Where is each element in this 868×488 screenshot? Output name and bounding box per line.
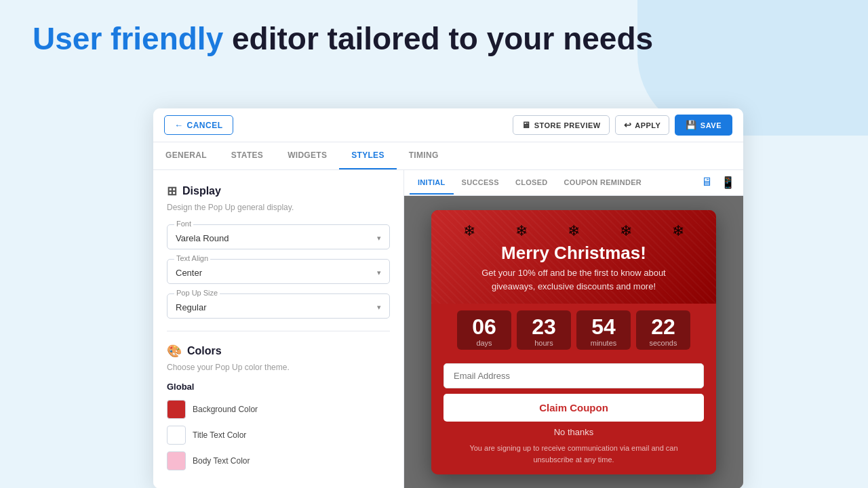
desktop-icon[interactable]: 🖥 [698, 174, 715, 191]
font-label: Font [174, 220, 193, 228]
chevron-down-icon-3: ▾ [377, 303, 381, 312]
sub-tab-coupon-reminder[interactable]: COUPON REMINDER [556, 171, 650, 195]
snowflake-5: ❄ [672, 222, 684, 240]
tab-widgets[interactable]: WIDGETS [275, 142, 339, 169]
popup-size-field-row: Regular ▾ [176, 301, 381, 314]
background-color-swatch[interactable] [167, 400, 186, 419]
no-thanks-link[interactable]: No thanks [443, 427, 704, 437]
countdown: 06 days 23 hours 54 minutes 22 [431, 304, 716, 357]
colors-desc: Choose your Pop Up color theme. [167, 363, 390, 372]
display-icon: ⊞ [167, 184, 177, 199]
tab-states[interactable]: STATES [219, 142, 275, 169]
hero-heading-blue: User friendly [33, 21, 223, 56]
global-label: Global [167, 382, 390, 392]
font-field-group: Font Varela Round ▾ [167, 224, 390, 249]
save-icon: 💾 [686, 120, 697, 130]
snowflake-1: ❄ [463, 222, 475, 240]
device-icons: 🖥 📱 [698, 174, 738, 191]
countdown-seconds: 22 seconds [636, 310, 690, 350]
hero-heading: User friendly editor tailored to your ne… [33, 20, 624, 58]
content-area: ⊞ Display Design the Pop Up general disp… [153, 170, 743, 488]
display-desc: Design the Pop Up general display. [167, 203, 390, 212]
countdown-minutes: 54 minutes [576, 310, 631, 350]
divider [167, 331, 390, 331]
store-preview-button[interactable]: 🖥 STORE PREVIEW [513, 115, 609, 135]
countdown-minutes-label: minutes [579, 339, 628, 347]
colors-title-text: Colors [187, 345, 222, 357]
apply-label: APPLY [635, 121, 660, 129]
background-color-label: Background Color [193, 405, 258, 414]
toolbar: ← CANCEL 🖥 STORE PREVIEW ↩ APPLY 💾 SAVE [153, 108, 743, 142]
snowflake-2: ❄ [515, 222, 528, 240]
popup-card: ❄ ❄ ❄ ❄ ❄ Merry Christmas! Get your 10% … [431, 210, 716, 474]
countdown-minutes-value: 54 [579, 316, 628, 338]
display-section-title: ⊞ Display [167, 184, 390, 199]
body-text-color-row: Body Text Color [167, 451, 390, 470]
save-label: SAVE [701, 121, 722, 129]
preview-area: ❄ ❄ ❄ ❄ ❄ Merry Christmas! Get your 10% … [404, 196, 743, 488]
countdown-hours-label: hours [519, 339, 568, 347]
font-field-row: Varela Round ▾ [176, 232, 381, 245]
editor-window: ← CANCEL 🖥 STORE PREVIEW ↩ APPLY 💾 SAVE … [153, 108, 743, 488]
tab-styles[interactable]: STYLES [339, 142, 396, 169]
chevron-down-icon: ▾ [377, 234, 381, 243]
sub-tab-success[interactable]: SUCCESS [454, 171, 507, 195]
mobile-icon[interactable]: 📱 [718, 174, 738, 191]
apply-button[interactable]: ↩ APPLY [615, 115, 670, 135]
popup-header: ❄ ❄ ❄ ❄ ❄ Merry Christmas! Get your 10% … [431, 210, 716, 304]
font-select[interactable]: Varela Round [176, 232, 377, 245]
popup-form: Claim Coupon No thanks You are signing u… [431, 357, 716, 474]
countdown-days: 06 days [457, 310, 511, 350]
countdown-days-value: 06 [460, 316, 509, 338]
store-preview-label: STORE PREVIEW [534, 121, 601, 129]
title-text-color-row: Title Text Color [167, 426, 390, 445]
popup-subtitle: Get your 10% off and be the first to kno… [443, 266, 704, 293]
title-text-color-swatch[interactable] [167, 426, 186, 445]
toolbar-left: ← CANCEL [164, 115, 233, 135]
sub-tabs: INITIAL SUCCESS CLOSED COUPON REMINDER 🖥… [404, 170, 743, 196]
background-color-row: Background Color [167, 400, 390, 419]
save-button[interactable]: 💾 SAVE [675, 115, 732, 136]
cancel-button[interactable]: ← CANCEL [164, 115, 233, 135]
disclaimer-text: You are signing up to receive communicat… [443, 443, 704, 465]
chevron-down-icon-2: ▾ [377, 268, 381, 277]
claim-coupon-label: Claim Coupon [539, 402, 608, 413]
email-input[interactable] [443, 363, 704, 388]
claim-coupon-button[interactable]: Claim Coupon [443, 394, 704, 422]
colors-section-title: 🎨 Colors [167, 344, 390, 359]
popup-size-field-group: Pop Up Size Regular ▾ [167, 293, 390, 319]
right-panel: INITIAL SUCCESS CLOSED COUPON REMINDER 🖥… [404, 170, 743, 488]
sub-tab-closed[interactable]: CLOSED [507, 171, 556, 195]
countdown-days-label: days [460, 339, 509, 347]
popup-title: Merry Christmas! [443, 243, 704, 264]
title-text-color-label: Title Text Color [193, 430, 246, 440]
arrow-left-icon: ← [174, 120, 184, 130]
tab-general[interactable]: GENERAL [153, 142, 219, 169]
display-title-text: Display [182, 185, 221, 197]
left-panel: ⊞ Display Design the Pop Up general disp… [153, 170, 404, 488]
popup-size-label: Pop Up Size [174, 289, 220, 297]
palette-icon: 🎨 [167, 344, 182, 359]
body-text-color-label: Body Text Color [193, 456, 250, 466]
countdown-seconds-value: 22 [639, 316, 688, 338]
apply-icon: ↩ [624, 120, 632, 130]
text-align-select[interactable]: Center [176, 266, 377, 279]
monitor-icon: 🖥 [521, 120, 531, 130]
countdown-hours: 23 hours [517, 310, 571, 350]
snowflake-row: ❄ ❄ ❄ ❄ ❄ [443, 222, 704, 240]
main-tabs: GENERAL STATES WIDGETS STYLES TIMING [153, 142, 743, 170]
snowflake-4: ❄ [620, 222, 632, 240]
body-text-color-swatch[interactable] [167, 451, 186, 470]
toolbar-right: 🖥 STORE PREVIEW ↩ APPLY 💾 SAVE [513, 115, 732, 136]
text-align-label: Text Align [174, 254, 210, 262]
hero-heading-rest: editor tailored to your needs [223, 21, 653, 56]
countdown-seconds-label: seconds [639, 339, 688, 347]
snowflake-3: ❄ [568, 222, 580, 240]
sub-tabs-left: INITIAL SUCCESS CLOSED COUPON REMINDER [410, 171, 650, 195]
text-align-field-group: Text Align Center ▾ [167, 259, 390, 284]
sub-tab-initial[interactable]: INITIAL [410, 171, 454, 195]
popup-size-select[interactable]: Regular [176, 301, 377, 314]
text-align-field-row: Center ▾ [176, 266, 381, 279]
countdown-hours-value: 23 [519, 316, 568, 338]
tab-timing[interactable]: TIMING [397, 142, 451, 169]
